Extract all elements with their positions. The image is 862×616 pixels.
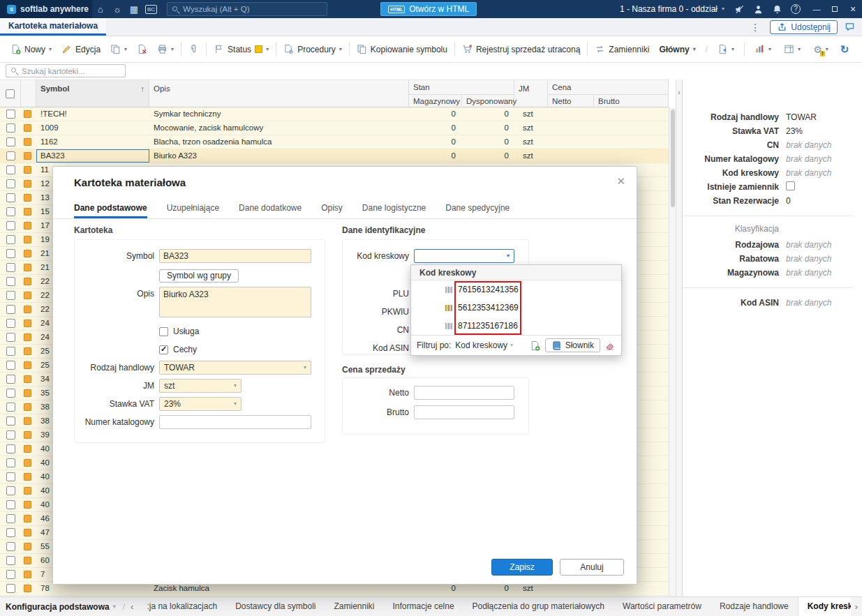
- status-button[interactable]: Status ▾: [209, 40, 274, 59]
- row-checkbox[interactable]: [6, 137, 15, 147]
- company-select[interactable]: 1 - Nasza firma 0 - oddział ▾: [620, 4, 724, 14]
- global-search[interactable]: [167, 2, 327, 16]
- stawka-vat-select[interactable]: 23% ▾: [159, 397, 241, 411]
- row-checkbox[interactable]: [6, 305, 15, 314]
- brutto-input[interactable]: [414, 405, 514, 419]
- bottom-tab[interactable]: Podłączenia do grup materiałowych: [463, 597, 614, 616]
- opis-textarea[interactable]: Biurko A323: [159, 287, 311, 317]
- row-checkbox[interactable]: [6, 472, 15, 481]
- mute-icon[interactable]: [734, 4, 745, 15]
- view-select[interactable]: Główny ▾: [654, 40, 700, 59]
- select-all-checkbox[interactable]: [6, 89, 15, 98]
- bottom-tab[interactable]: Wartości parametrów: [614, 597, 711, 616]
- global-search-input[interactable]: [168, 3, 327, 15]
- filter-column-select[interactable]: Kod kreskowy ▾: [455, 340, 513, 350]
- open-in-html-button[interactable]: HTML Otwórz w HTML: [380, 2, 477, 16]
- slownik-button[interactable]: Słownik: [545, 338, 600, 352]
- lost-sale-button[interactable]: Rejestruj sprzedaż utraconą: [457, 40, 585, 59]
- table-row[interactable]: !TECH!Symkar techniczny00szt: [0, 107, 669, 121]
- row-checkbox[interactable]: [6, 416, 15, 426]
- symbol-wg-grupy-button[interactable]: Symbol wg grupy: [159, 269, 239, 283]
- row-checkbox[interactable]: [6, 514, 15, 523]
- row-checkbox[interactable]: [6, 389, 15, 398]
- table-row[interactable]: 1009Mocowanie, zacisk hamulcowy00szt: [0, 121, 669, 135]
- scrollbar-thumb[interactable]: [671, 110, 675, 207]
- barcode-config-icon[interactable]: BC: [145, 5, 157, 14]
- maximize-icon[interactable]: [826, 5, 844, 13]
- row-checkbox[interactable]: [6, 584, 15, 593]
- modal-tab-1[interactable]: Dane podstawowe: [74, 197, 147, 218]
- row-checkbox[interactable]: [6, 458, 15, 467]
- bottom-tab[interactable]: Zamienniki: [325, 597, 384, 616]
- row-checkbox[interactable]: [6, 333, 15, 342]
- close-icon[interactable]: ✕: [616, 175, 625, 188]
- table-row[interactable]: 1162Blacha, trzon osadzenia hamulca00szt: [0, 135, 669, 149]
- cechy-checkbox[interactable]: [159, 345, 168, 354]
- row-checkbox[interactable]: [6, 207, 15, 216]
- column-symbol[interactable]: Symbol ↑: [36, 80, 149, 107]
- row-checkbox[interactable]: [6, 361, 15, 370]
- row-checkbox[interactable]: [6, 151, 15, 160]
- table-row[interactable]: BA323Biurko A32300szt: [0, 149, 669, 163]
- save-button[interactable]: Zapisz: [491, 559, 553, 576]
- comment-icon[interactable]: [845, 22, 855, 32]
- column-group-cena[interactable]: Cena Netto Brutto: [548, 80, 669, 107]
- print-layout-button[interactable]: ▾: [713, 40, 739, 59]
- netto-input[interactable]: [414, 386, 514, 400]
- panel-layout-button[interactable]: ▾: [779, 40, 805, 59]
- istnieje-zamiennik-checkbox[interactable]: [786, 181, 795, 190]
- config-select[interactable]: Konfiguracja podstawowa ▾: [0, 602, 121, 612]
- row-checkbox[interactable]: [6, 123, 15, 133]
- bell-icon[interactable]: [772, 4, 782, 15]
- bottom-tab[interactable]: Informacje celne: [384, 597, 463, 616]
- row-checkbox[interactable]: [6, 486, 15, 495]
- symbol-input[interactable]: [159, 249, 311, 263]
- card-search-input[interactable]: [6, 65, 125, 77]
- minimize-icon[interactable]: —: [808, 5, 826, 13]
- row-checkbox[interactable]: [6, 556, 15, 565]
- column-opis[interactable]: Opis: [149, 80, 409, 107]
- column-brutto[interactable]: Brutto: [593, 95, 668, 107]
- edit-button[interactable]: Edycja: [57, 40, 105, 59]
- row-checkbox[interactable]: [6, 165, 15, 174]
- row-checkbox[interactable]: [6, 528, 15, 537]
- column-netto[interactable]: Netto: [548, 95, 593, 107]
- row-checkbox[interactable]: [6, 444, 15, 453]
- row-checkbox[interactable]: [6, 263, 15, 272]
- modal-tab-5[interactable]: Dane logistyczne: [362, 197, 426, 218]
- theme-icon[interactable]: ☼: [109, 4, 126, 15]
- bottom-tab[interactable]: Rodzaje handlowe: [711, 597, 798, 616]
- bottom-tab[interactable]: Dostawcy dla symboli: [226, 597, 325, 616]
- row-checkbox[interactable]: [6, 193, 15, 202]
- row-checkbox[interactable]: [6, 235, 15, 244]
- column-magazynowy[interactable]: Magazynowy: [409, 95, 461, 107]
- column-jm[interactable]: JM: [514, 80, 548, 107]
- apps-grid-icon[interactable]: ▦: [126, 4, 142, 15]
- copy-button[interactable]: ▾: [105, 40, 132, 59]
- modal-tab-4[interactable]: Opisy: [321, 197, 343, 218]
- modal-tab-2[interactable]: Uzupełniające: [167, 197, 219, 218]
- barcode-option[interactable]: 5612353412369: [411, 299, 621, 317]
- barcode-option[interactable]: 7615613241356: [411, 280, 621, 299]
- barcode-option[interactable]: 8711235167186: [411, 317, 621, 335]
- modal-tab-6[interactable]: Dane spedycyjne: [445, 197, 510, 218]
- cancel-button[interactable]: Anuluj: [560, 559, 624, 576]
- modal-tab-3[interactable]: Dane dodatkowe: [239, 197, 302, 218]
- bottom-tab[interactable]: Kody kreskowe: [798, 597, 851, 616]
- row-checkbox[interactable]: [6, 277, 15, 286]
- print-button[interactable]: ▾: [152, 40, 179, 59]
- row-checkbox[interactable]: [6, 221, 15, 230]
- expand-columns-icon[interactable]: ›: [676, 89, 682, 96]
- new-button[interactable]: Nowy ▾: [6, 40, 57, 59]
- tabs-scroll-right-icon[interactable]: ›: [851, 601, 862, 612]
- tab-kartoteka-materialowa[interactable]: Kartoteka materiałowa: [0, 18, 106, 36]
- close-icon[interactable]: ✕: [844, 5, 862, 14]
- row-checkbox[interactable]: [6, 347, 15, 356]
- row-checkbox[interactable]: [6, 570, 15, 579]
- bottom-tab[interactable]: :ja na lokalizacjach: [138, 597, 226, 616]
- jm-select[interactable]: szt ▾: [159, 379, 241, 393]
- usluga-checkbox[interactable]: [159, 327, 168, 336]
- row-checkbox[interactable]: [6, 110, 15, 119]
- column-options-strip[interactable]: ›: [676, 80, 682, 596]
- delete-button[interactable]: [132, 40, 152, 59]
